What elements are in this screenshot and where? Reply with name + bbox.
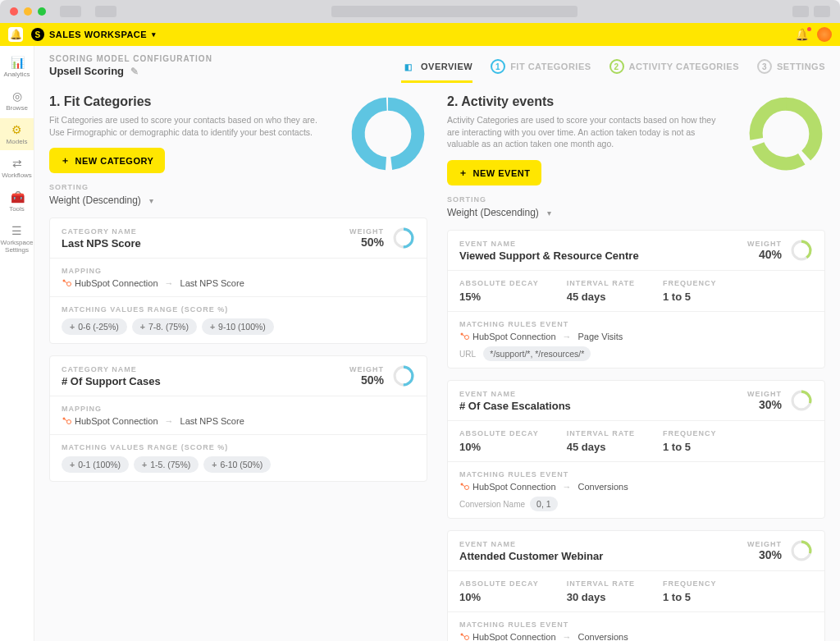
new-event-button[interactable]: ＋ NEW EVENT <box>447 160 541 185</box>
svg-line-29 <box>463 635 465 637</box>
activity-section: 2. Activity events Activity Categories a… <box>447 94 825 641</box>
close-window-icon[interactable] <box>10 7 18 16</box>
hubspot-connection: HubSpot Connection <box>62 278 158 288</box>
toolbox-icon: 🧰 <box>11 190 24 204</box>
weight-ring-icon <box>790 239 813 262</box>
fit-category-card[interactable]: CATEGORY NAME # Of Support Cases WEIGHT … <box>49 355 427 482</box>
chevron-down-icon: ▾ <box>547 208 551 217</box>
activity-event-card[interactable]: EVENT NAME Viewed Support & Resource Cen… <box>447 230 825 369</box>
plus-icon: + <box>70 322 75 332</box>
browser-button[interactable] <box>814 6 830 17</box>
arrow-right-icon: → <box>563 482 572 492</box>
category-name: # Of Support Cases <box>62 375 161 387</box>
hubspot-icon <box>62 416 71 426</box>
fit-donut-chart <box>349 94 427 173</box>
sorting-label: SORTING <box>447 195 825 204</box>
url-pattern-pill[interactable]: */support/*, */resources/* <box>483 346 591 361</box>
cube-icon: ◧ <box>401 59 416 74</box>
svg-line-19 <box>463 335 465 337</box>
range-pill[interactable]: +7-8. (75%) <box>132 318 197 335</box>
sidebar-item-models[interactable]: ⚙Models <box>0 118 34 150</box>
weight-value: 40% <box>747 248 782 261</box>
weight-ring-icon <box>790 389 813 412</box>
sidebar-item-analytics[interactable]: 📊Analytics <box>0 51 34 83</box>
sidebar-item-settings[interactable]: ☰Workspace Settings <box>0 219 34 259</box>
sidebar-item-workflows[interactable]: ⇄Workflows <box>0 152 34 184</box>
bar-chart-icon: 📊 <box>11 56 24 69</box>
fit-title: 1. Fit Categories <box>49 94 336 109</box>
sliders-icon: ☰ <box>11 224 24 237</box>
notifications-icon[interactable]: 🔔 <box>795 28 809 41</box>
svg-line-11 <box>65 419 67 421</box>
activity-donut-chart <box>746 94 825 173</box>
range-pill[interactable]: +0-1 (100%) <box>62 456 129 473</box>
hubspot-icon <box>459 632 469 641</box>
url-label: URL <box>459 350 476 359</box>
tab-overview[interactable]: ◧ OVERVIEW <box>401 59 472 83</box>
category-name: Last NPS Score <box>62 237 141 250</box>
sidebar-item-tools[interactable]: 🧰Tools <box>0 185 34 217</box>
gear-icon: ⚙ <box>11 123 24 136</box>
plus-icon: + <box>70 460 75 469</box>
fit-sort-select[interactable]: Weight (Descending) ▾ <box>49 195 427 206</box>
minimize-window-icon[interactable] <box>24 7 32 16</box>
plus-icon: + <box>212 460 217 469</box>
tab-fit-categories[interactable]: 1 FIT CATEGORIES <box>491 59 591 83</box>
step-tabs: ◧ OVERVIEW 1 FIT CATEGORIES 2 ACTIVITY C… <box>401 54 825 83</box>
weight-value: 30% <box>747 548 782 561</box>
chevron-down-icon: ▾ <box>152 30 157 39</box>
new-category-button[interactable]: ＋ NEW CATEGORY <box>49 148 165 173</box>
hubspot-connection: HubSpot Connection <box>459 332 556 341</box>
activity-sort-select[interactable]: Weight (Descending) ▾ <box>447 207 825 218</box>
event-name: # Of Case Escalations <box>459 400 571 412</box>
weight-value: 50% <box>349 373 384 387</box>
user-avatar[interactable] <box>817 27 832 42</box>
activity-event-card[interactable]: EVENT NAMEAttended Customer Webinar WEIG… <box>447 530 825 641</box>
workspace-switcher[interactable]: S SALES WORKSPACE ▾ <box>31 28 157 41</box>
range-pill[interactable]: +6-10 (50%) <box>203 456 271 473</box>
weight-value: 50% <box>349 236 384 249</box>
tab-settings[interactable]: 3 SETTINGS <box>757 59 825 83</box>
maximize-window-icon[interactable] <box>38 7 46 16</box>
edit-name-icon[interactable]: ✎ <box>130 66 139 77</box>
activity-title: 2. Activity events <box>447 94 733 109</box>
range-pill[interactable]: +1-5. (75%) <box>134 456 199 473</box>
weight-ring-icon <box>392 227 415 250</box>
tab-activity-categories[interactable]: 2 ACTIVITY CATEGORIES <box>609 59 739 83</box>
model-name: Upsell Scoring <box>49 65 124 77</box>
hubspot-connection: HubSpot Connection <box>459 482 556 492</box>
event-name: Attended Customer Webinar <box>459 550 603 562</box>
browser-button[interactable] <box>792 6 809 17</box>
hubspot-connection: HubSpot Connection <box>62 416 158 426</box>
arrow-right-icon: → <box>165 416 174 426</box>
sidebar: 📊Analytics ◎Browse ⚙Models ⇄Workflows 🧰T… <box>0 46 34 641</box>
workspace-label: SALES WORKSPACE <box>49 30 147 39</box>
step-3-icon: 3 <box>757 59 772 74</box>
sidebar-item-browse[interactable]: ◎Browse <box>0 85 34 117</box>
activity-event-card[interactable]: EVENT NAME# Of Case Escalations WEIGHT30… <box>447 380 825 519</box>
svg-line-6 <box>65 282 67 283</box>
weight-ring-icon <box>392 364 415 387</box>
plus-icon: ＋ <box>61 154 71 167</box>
sorting-label: SORTING <box>49 183 427 191</box>
workflow-icon: ⇄ <box>11 157 24 170</box>
range-pill[interactable]: +9-10 (100%) <box>202 318 274 335</box>
arrow-right-icon: → <box>563 332 572 341</box>
conversion-pill[interactable]: 0, 1 <box>530 497 558 511</box>
step-1-icon: 1 <box>491 59 505 74</box>
browser-chrome <box>0 0 840 23</box>
hubspot-icon <box>459 332 469 341</box>
tab-placeholder <box>60 6 81 17</box>
app-logo-icon[interactable]: 🔔 <box>8 27 23 42</box>
svg-line-24 <box>463 485 465 487</box>
event-name: Viewed Support & Resource Centre <box>459 250 639 262</box>
address-bar[interactable] <box>331 6 578 17</box>
svg-point-5 <box>67 282 71 286</box>
hubspot-icon <box>62 278 71 288</box>
chevron-down-icon: ▾ <box>149 196 153 205</box>
range-pill[interactable]: +0-6 (-25%) <box>62 318 127 335</box>
fit-category-card[interactable]: CATEGORY NAME Last NPS Score WEIGHT 50% <box>49 217 427 344</box>
svg-point-23 <box>465 486 469 490</box>
main-content: SCORING MODEL CONFIGURATION Upsell Scori… <box>34 46 840 641</box>
breadcrumb: SCORING MODEL CONFIGURATION <box>49 54 212 63</box>
